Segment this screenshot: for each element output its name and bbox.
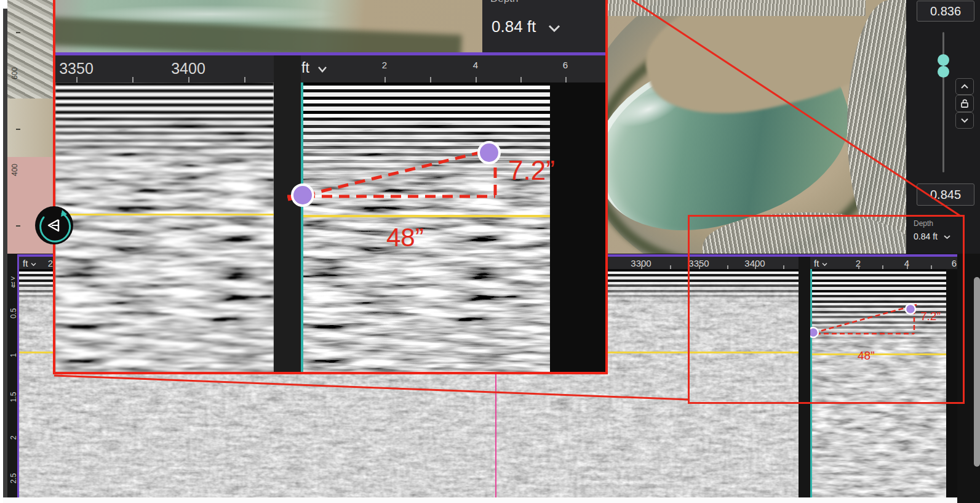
axis-tick [188,77,189,82]
map-axis-tick [16,129,20,130]
inset-unit-dropdown[interactable]: ft [301,60,327,76]
side-rail[interactable] [3,9,7,497]
unlock-icon [960,99,969,108]
inset-station-label: 3350 [59,60,94,78]
inset-vertical-measure-label: 7.2” [508,155,555,186]
inset-distance-label: 4 [473,60,478,70]
depth-slider-track[interactable] [942,32,944,172]
map-lot [7,99,60,166]
zoom-region-rectangle[interactable] [688,215,965,404]
chevron-down-icon [548,24,560,32]
axis-tick [384,77,386,82]
distance-tick-label: 2 [48,258,53,268]
step-up-button[interactable] [955,78,974,95]
depth-slider-handle-top[interactable] [938,54,949,66]
inset-depth-value: 0.84 ft [492,17,536,36]
axis-tick [132,77,133,82]
map-ripples-top [607,0,866,16]
depth-top-value-input[interactable]: 0.836 [917,1,974,22]
axis-tick [476,77,477,82]
inset-axis-bar: 3350 3400 ft 2 4 6 [55,55,605,82]
inset-map-strip [55,0,482,52]
inset-station-label: 3400 [171,60,205,78]
axis-tick [565,77,567,82]
chevron-up-icon [960,84,969,89]
inset-map-foam [80,5,338,23]
map-axis-tick [16,225,20,227]
axis-tick [76,77,78,82]
chevron-down-icon [31,262,36,267]
magnifier-inset[interactable]: Depth 0.84 ft 3350 3400 ft 2 4 6 [53,0,608,374]
depth-bottom-value-input[interactable]: 0.845 [917,183,974,206]
axis-tick [244,77,245,82]
inset-depth-panel: Depth 0.84 ft [482,0,605,52]
chevron-down-icon [960,118,969,123]
map-axis-label-600: 600 [9,69,20,78]
inset-panel-divider [274,55,301,372]
depth-slider-handle-bottom[interactable] [938,66,949,78]
inset-black-margin [550,82,605,372]
map-axis-label-400: 400 [9,166,20,174]
rotate-arrow-icon [35,206,73,244]
depth-marker-line[interactable] [55,214,274,215]
inset-distance-label: 6 [563,60,568,70]
inset-distance-label: 2 [382,60,387,70]
trace-position-line [301,82,303,372]
chevron-down-icon [317,66,327,73]
inset-horizontal-measure-label: 48” [386,223,424,252]
radargram-banding [55,82,274,169]
rotate-view-button[interactable] [35,206,73,244]
page-edge-bottom [0,497,957,503]
vertical-scrollbar[interactable] [974,277,980,467]
inset-right-radargram[interactable] [301,82,550,372]
distance-unit-dropdown[interactable]: ft [23,258,36,268]
lock-button[interactable] [955,95,974,112]
app-window: 600 400 0.836 0.845 Depth 0.84 ft [0,0,980,503]
axis-tick [520,77,522,82]
axis-tick [430,77,431,82]
depth-marker-line[interactable] [301,215,550,217]
inset-depth-label: Depth [490,0,518,5]
inset-depth-dropdown[interactable]: 0.84 ft [492,17,560,36]
map-axis-tick [16,32,20,33]
step-down-button[interactable] [955,112,974,129]
inset-left-radargram[interactable] [55,82,274,372]
